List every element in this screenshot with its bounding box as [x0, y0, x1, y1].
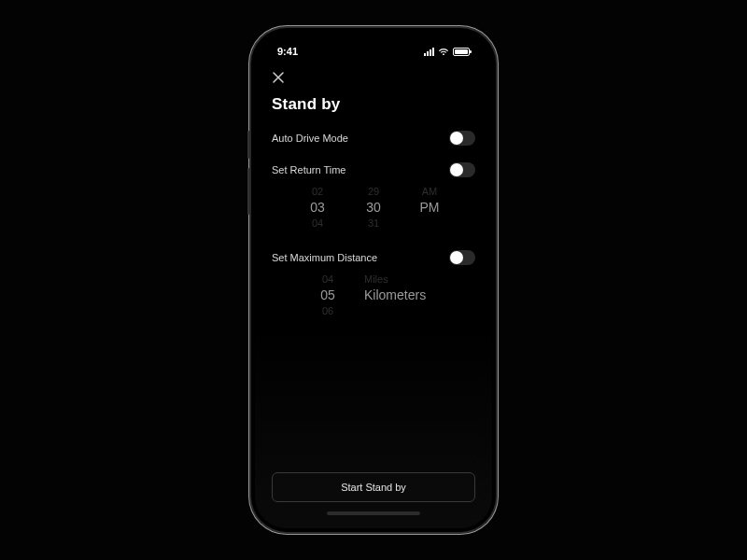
- picker-distance-prev: 04: [308, 273, 347, 286]
- picker-ampm-cur: PM: [410, 198, 449, 217]
- status-time: 9:41: [277, 46, 298, 57]
- time-picker[interactable]: 02 03 04 29 30 31 AM PM: [272, 185, 475, 230]
- picker-hour-cur: 03: [298, 198, 337, 217]
- picker-ampm[interactable]: AM PM: [410, 185, 449, 230]
- label-return-time: Set Return Time: [272, 164, 345, 175]
- picker-minute-next: 31: [354, 217, 393, 230]
- home-indicator[interactable]: [327, 511, 420, 515]
- label-auto-drive: Auto Drive Mode: [272, 133, 348, 144]
- row-max-distance: Set Maximum Distance: [272, 250, 475, 265]
- close-icon[interactable]: [272, 71, 285, 84]
- toggle-auto-drive[interactable]: [449, 131, 475, 146]
- picker-hour-prev: 02: [298, 185, 337, 198]
- battery-icon: [453, 48, 470, 56]
- distance-picker[interactable]: 04 05 06 Miles Kilometers: [272, 273, 475, 317]
- notch: [313, 28, 434, 49]
- picker-hour-next: 04: [298, 217, 337, 230]
- picker-ampm-prev: AM: [410, 185, 449, 198]
- phone-frame: 9:41 Stand by Auto Drive Mode Set Return…: [251, 28, 496, 532]
- spacer: [272, 317, 475, 472]
- picker-unit-next: [364, 304, 439, 317]
- status-icons: [424, 48, 470, 56]
- toggle-max-distance[interactable]: [449, 250, 475, 265]
- picker-unit-cur: Kilometers: [364, 286, 439, 304]
- start-standby-label: Start Stand by: [341, 482, 406, 493]
- picker-distance-next: 06: [308, 304, 347, 317]
- start-standby-button[interactable]: Start Stand by: [272, 472, 475, 502]
- screen: 9:41 Stand by Auto Drive Mode Set Return…: [255, 32, 492, 528]
- picker-minute[interactable]: 29 30 31: [354, 185, 393, 230]
- picker-minute-prev: 29: [354, 185, 393, 198]
- wifi-icon: [438, 48, 449, 56]
- page-title: Stand by: [272, 95, 475, 114]
- row-return-time: Set Return Time: [272, 162, 475, 177]
- picker-hour[interactable]: 02 03 04: [298, 185, 337, 230]
- label-max-distance: Set Maximum Distance: [272, 252, 377, 263]
- row-auto-drive: Auto Drive Mode: [272, 131, 475, 146]
- picker-minute-cur: 30: [354, 198, 393, 217]
- signal-icon: [424, 48, 434, 56]
- picker-distance-value[interactable]: 04 05 06: [308, 273, 347, 317]
- picker-unit-prev: Miles: [364, 273, 439, 286]
- picker-distance-cur: 05: [308, 286, 347, 304]
- picker-ampm-next: [410, 217, 449, 230]
- picker-distance-unit[interactable]: Miles Kilometers: [364, 273, 439, 317]
- toggle-return-time[interactable]: [449, 162, 475, 177]
